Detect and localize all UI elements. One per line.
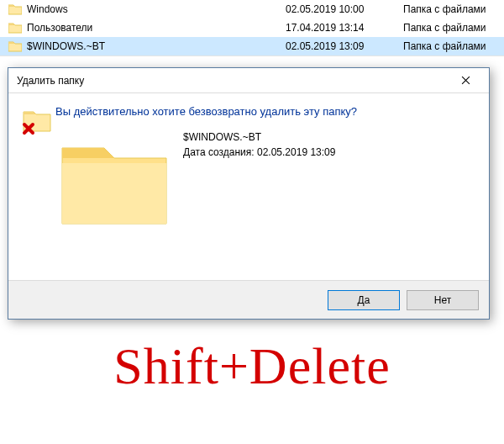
- dialog-titlebar[interactable]: Удалить папку: [8, 68, 489, 93]
- file-name: $WINDOWS.~BT: [27, 40, 105, 52]
- close-button[interactable]: [449, 69, 482, 92]
- close-icon: [461, 76, 470, 85]
- file-list: Windows 02.05.2019 10:00 Папка с файлами…: [0, 0, 504, 56]
- item-created: Дата создания: 02.05.2019 13:09: [183, 145, 335, 160]
- dialog-title: Удалить папку: [17, 75, 449, 87]
- delete-folder-icon: [22, 105, 55, 230]
- folder-icon: [8, 22, 22, 34]
- file-date: 02.05.2019 13:09: [286, 40, 403, 52]
- file-row[interactable]: Windows 02.05.2019 10:00 Папка с файлами: [0, 0, 504, 18]
- file-row[interactable]: Пользователи 17.04.2019 13:14 Папка с фа…: [0, 18, 504, 37]
- dialog-question: Вы действительно хотите безвозвратно уда…: [55, 105, 475, 118]
- file-type: Папка с файлами: [403, 3, 504, 15]
- yes-button[interactable]: Да: [328, 290, 400, 310]
- caption-text: Shift+Delete: [0, 336, 504, 396]
- folder-icon: [8, 40, 22, 52]
- file-date: 17.04.2019 13:14: [286, 22, 403, 34]
- dialog-button-bar: Да Нет: [8, 280, 489, 319]
- file-type: Папка с файлами: [403, 40, 504, 52]
- file-name: Пользователи: [27, 22, 92, 34]
- file-type: Папка с файлами: [403, 22, 504, 34]
- folder-preview-icon: [55, 130, 173, 230]
- item-name: $WINDOWS.~BT: [183, 130, 335, 145]
- no-button[interactable]: Нет: [407, 290, 479, 310]
- file-row[interactable]: $WINDOWS.~BT 02.05.2019 13:09 Папка с фа…: [0, 37, 504, 56]
- folder-icon: [8, 3, 22, 15]
- file-date: 02.05.2019 10:00: [286, 3, 403, 15]
- file-name: Windows: [27, 3, 68, 15]
- delete-folder-dialog: Удалить папку Вы действительно хотите бе…: [8, 67, 490, 320]
